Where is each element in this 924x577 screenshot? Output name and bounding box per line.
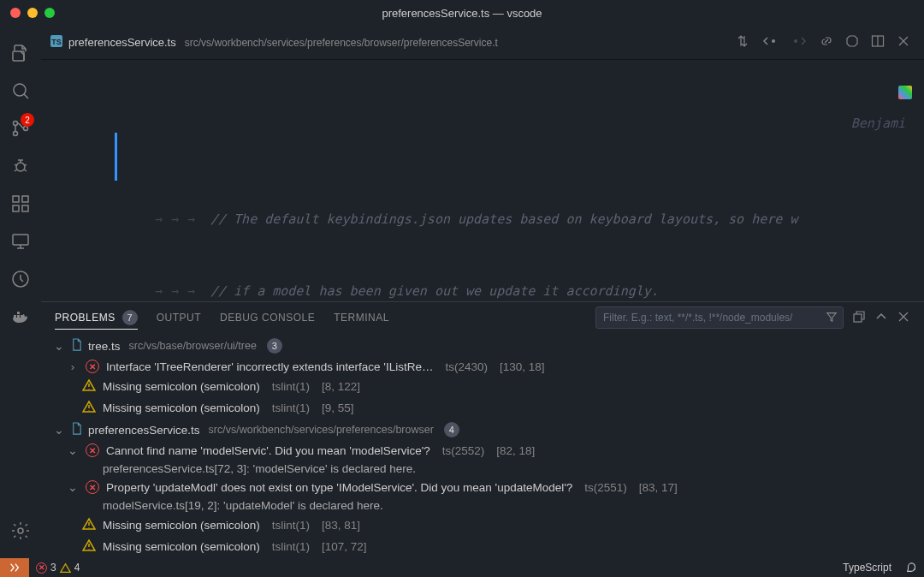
- svg-rect-7: [13, 205, 19, 211]
- problem-file-row[interactable]: ⌄tree.tssrc/vs/base/browser/ui/tree3: [41, 335, 924, 357]
- split-editor-icon[interactable]: [871, 34, 885, 51]
- problem-rule: ts(2551): [584, 481, 627, 494]
- svg-rect-13: [17, 315, 20, 318]
- source-control-icon[interactable]: 2: [0, 110, 41, 147]
- panel-tab-bar: PROBLEMS 7 OUTPUT DEBUG CONSOLE TERMINAL: [41, 302, 924, 333]
- extensions-icon[interactable]: [0, 185, 41, 223]
- close-icon[interactable]: [897, 34, 910, 51]
- svg-point-5: [16, 163, 25, 171]
- scm-badge: 2: [21, 113, 34, 127]
- svg-point-20: [794, 39, 797, 43]
- editor-tab-bar: TS preferencesService.ts src/vs/workbenc…: [41, 26, 924, 60]
- panel-close-icon[interactable]: [897, 310, 910, 326]
- svg-text:TS: TS: [51, 38, 62, 46]
- file-problem-count-badge: 4: [444, 422, 459, 437]
- compare-icon[interactable]: [736, 34, 749, 51]
- problem-row[interactable]: Missing semicolon (semicolon)tslint(1)[1…: [41, 536, 924, 557]
- warning-icon: [82, 538, 96, 555]
- problem-file-path: src/vs/workbench/services/preferences/br…: [209, 424, 434, 436]
- tab-terminal[interactable]: TERMINAL: [334, 312, 389, 324]
- activity-bar: 2: [0, 26, 41, 558]
- chevron-down-icon: ⌄: [53, 423, 65, 437]
- link-icon[interactable]: [820, 34, 833, 51]
- stop-icon[interactable]: [845, 34, 859, 51]
- problem-row[interactable]: ⌄✕Cannot find name 'modelServic'. Did yo…: [41, 441, 924, 460]
- problem-row[interactable]: Missing semicolon (semicolon)tslint(1)[8…: [41, 515, 924, 536]
- svg-point-3: [14, 132, 18, 136]
- filter-icon[interactable]: [826, 311, 838, 325]
- problem-location: [8, 122]: [322, 380, 360, 393]
- tab-problems[interactable]: PROBLEMS 7: [55, 310, 138, 330]
- go-back-icon[interactable]: [761, 34, 779, 51]
- window-close-button[interactable]: [10, 8, 21, 18]
- problem-row[interactable]: ⌄✕Property 'updateModl' does not exist o…: [41, 478, 924, 497]
- warning-icon: [82, 378, 96, 395]
- explorer-icon[interactable]: [0, 34, 41, 72]
- chevron-icon: ⌄: [67, 480, 79, 494]
- chevron-up-icon[interactable]: [874, 310, 888, 326]
- minimap-decoration-icon: [898, 86, 912, 99]
- problem-message: Missing semicolon (semicolon): [103, 380, 260, 393]
- tab-output[interactable]: OUTPUT: [157, 312, 201, 324]
- error-icon: ✕: [86, 360, 99, 373]
- svg-rect-10: [13, 235, 28, 245]
- problems-filter-box[interactable]: [595, 306, 844, 329]
- problem-rule: tslint(1): [272, 380, 310, 393]
- problem-detail: modelService.ts[19, 2]: 'updateModel' is…: [41, 497, 924, 515]
- problem-file-row[interactable]: ⌄preferencesService.tssrc/vs/workbench/s…: [41, 419, 924, 441]
- svg-point-16: [18, 528, 23, 533]
- status-language[interactable]: TypeScript: [836, 562, 898, 574]
- problem-rule: tslint(1): [272, 540, 310, 553]
- problems-list[interactable]: ⌄tree.tssrc/vs/base/browser/ui/tree3›✕In…: [41, 333, 924, 558]
- problem-message: Cannot find name 'modelServic'. Did you …: [106, 444, 430, 457]
- svg-rect-12: [14, 315, 16, 318]
- window-minimize-button[interactable]: [27, 8, 38, 18]
- problem-file-path: src/vs/base/browser/ui/tree: [129, 340, 257, 352]
- problem-file-name: tree.ts: [88, 340, 121, 353]
- typescript-icon: TS: [50, 34, 63, 51]
- problem-row[interactable]: ›✕Interface 'ITreeRenderer' incorrectly …: [41, 357, 924, 376]
- timeline-icon[interactable]: [0, 260, 41, 298]
- go-forward-icon[interactable]: [791, 34, 808, 51]
- debug-icon[interactable]: [0, 147, 41, 185]
- problem-location: [83, 17]: [639, 481, 678, 494]
- problem-row[interactable]: Missing semicolon (semicolon)tslint(1)[8…: [41, 376, 924, 397]
- remote-icon[interactable]: [0, 223, 41, 260]
- file-icon: [70, 338, 83, 354]
- problems-count-badge: 7: [122, 310, 138, 325]
- status-feedback-icon[interactable]: [898, 562, 924, 574]
- problem-rule: tslint(1): [272, 402, 310, 414]
- svg-point-4: [24, 127, 28, 131]
- window-zoom-button[interactable]: [44, 8, 55, 18]
- status-problems[interactable]: ✕3 4: [29, 562, 86, 574]
- tab-debug-console[interactable]: DEBUG CONSOLE: [220, 312, 315, 324]
- svg-rect-14: [21, 315, 23, 318]
- problems-filter-input[interactable]: [603, 312, 819, 324]
- gutter-change-indicator: [115, 133, 117, 181]
- warning-icon: [82, 517, 96, 533]
- editor-tab[interactable]: TS preferencesService.ts src/vs/workbenc…: [41, 26, 506, 60]
- svg-rect-22: [854, 314, 862, 322]
- problem-row[interactable]: Missing semicolon (semicolon)tslint(1)[9…: [41, 397, 924, 419]
- problem-message: Missing semicolon (semicolon): [103, 402, 260, 414]
- collapse-all-icon[interactable]: [852, 310, 866, 326]
- remote-host-button[interactable]: [0, 558, 29, 577]
- error-icon: ✕: [86, 480, 99, 494]
- code-editor[interactable]: Benjami →→→// The default keybindings.js…: [41, 60, 924, 301]
- search-icon[interactable]: [0, 72, 41, 110]
- docker-icon[interactable]: [0, 298, 41, 336]
- error-icon: ✕: [86, 443, 99, 457]
- tab-filename: preferencesService.ts: [68, 36, 176, 49]
- settings-gear-icon[interactable]: [0, 512, 41, 550]
- svg-rect-9: [22, 196, 28, 202]
- file-problem-count-badge: 3: [267, 338, 282, 354]
- chevron-icon: ›: [67, 360, 79, 373]
- svg-rect-8: [22, 205, 28, 211]
- svg-rect-6: [13, 196, 19, 202]
- problem-message: Interface 'ITreeRenderer' incorrectly ex…: [106, 360, 433, 373]
- problem-location: [9, 55]: [322, 402, 354, 414]
- problem-message: Property 'updateModl' does not exist on …: [106, 481, 572, 494]
- problem-file-name: preferencesService.ts: [88, 424, 200, 437]
- svg-rect-15: [17, 312, 20, 314]
- tab-breadcrumb-path: src/vs/workbench/services/preferences/br…: [185, 37, 498, 49]
